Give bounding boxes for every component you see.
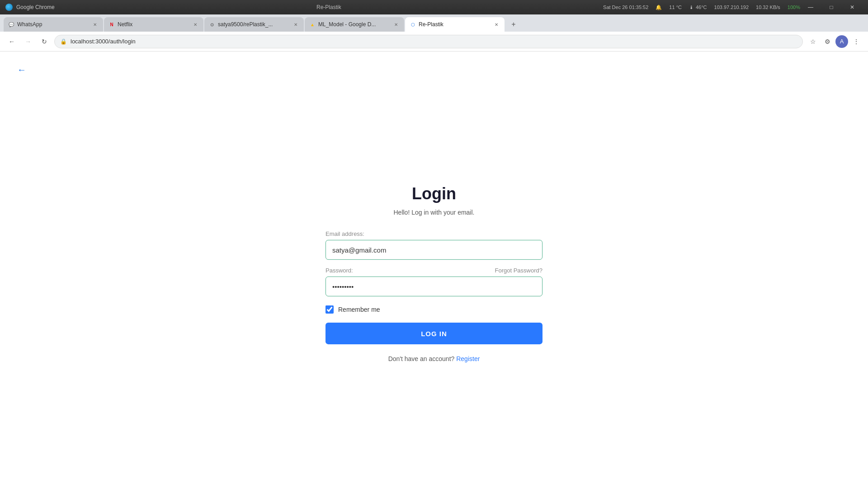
tab-mlmodel[interactable]: ▲ ML_Model - Google D... ✕ — [305, 17, 404, 32]
lock-icon: 🔒 — [60, 38, 67, 45]
back-button[interactable]: ← — [5, 35, 18, 48]
nav-extras: ☆ ⚙ A ⋮ — [807, 35, 863, 48]
password-label-row: Password: Forgot Password? — [326, 267, 542, 274]
browser-chrome: Google Chrome Re-Plastik Sat Dec 26 01:3… — [0, 0, 868, 488]
cpu-temp: 🌡 46°C — [689, 5, 707, 10]
extensions-icon[interactable]: ⚙ — [821, 35, 834, 48]
tab-github[interactable]: ⊙ satya9500/rePlastik_... ✕ — [204, 17, 304, 32]
address-bar[interactable]: 🔒 localhost:3000/auth/login — [54, 35, 803, 48]
reload-button[interactable]: ↻ — [38, 35, 51, 48]
remember-me-label: Remember me — [338, 306, 380, 313]
tab-github-title: satya9500/rePlastik_... — [218, 21, 289, 28]
menu-icon[interactable]: ⋮ — [850, 35, 863, 48]
tab-replastik-close[interactable]: ✕ — [493, 21, 500, 28]
battery-status: 100% — [788, 5, 800, 10]
window-controls: — □ ✕ — [800, 0, 863, 14]
browser-icon — [5, 4, 13, 11]
new-tab-button[interactable]: + — [507, 18, 520, 31]
email-label: Email address: — [326, 230, 542, 237]
mlmodel-favicon: ▲ — [309, 21, 316, 28]
login-title: Login — [326, 184, 542, 203]
close-button[interactable]: ✕ — [842, 0, 863, 14]
login-subtitle: Hello! Log in with your email. — [326, 209, 542, 216]
browser-name: Google Chrome — [16, 4, 55, 10]
tab-whatsapp[interactable]: 💬 WhatsApp ✕ — [4, 17, 103, 32]
temperature: 11 °C — [669, 5, 682, 10]
back-arrow-icon: ← — [17, 65, 26, 75]
title-bar: Google Chrome Re-Plastik Sat Dec 26 01:3… — [0, 0, 868, 14]
github-favicon: ⊙ — [209, 21, 215, 28]
remember-me-row: Remember me — [326, 305, 542, 314]
profile-icon[interactable]: A — [835, 35, 848, 48]
tab-netflix-title: Netflix — [118, 21, 189, 28]
forgot-password-link[interactable]: Forgot Password? — [495, 267, 543, 274]
replastik-favicon: ⬡ — [410, 21, 416, 28]
register-link[interactable]: Register — [456, 355, 480, 362]
login-container: Login Hello! Log in with your email. Ema… — [326, 184, 542, 362]
email-input[interactable] — [326, 240, 542, 260]
tab-replastik-title: Re-Plastik — [419, 21, 490, 28]
page-content: ← Login Hello! Log in with your email. E… — [0, 52, 868, 488]
datetime: Sat Dec 26 01:35:52 — [603, 5, 648, 10]
tab-mlmodel-title: ML_Model - Google D... — [318, 21, 390, 28]
remember-me-checkbox[interactable] — [326, 305, 334, 314]
network-speed: 10.32 KB/s — [756, 5, 780, 10]
password-input[interactable] — [326, 277, 542, 296]
netflix-favicon: N — [108, 21, 115, 28]
tab-mlmodel-close[interactable]: ✕ — [392, 21, 400, 28]
nav-bar: ← → ↻ 🔒 localhost:3000/auth/login ☆ ⚙ A … — [0, 32, 868, 52]
whatsapp-favicon: 💬 — [8, 21, 14, 28]
maximize-button[interactable]: □ — [821, 0, 842, 14]
minimize-button[interactable]: — — [800, 0, 821, 14]
register-row: Don't have an account? Register — [326, 355, 542, 362]
weather-icon: 🔔 — [656, 5, 662, 10]
login-button[interactable]: LOG IN — [326, 323, 542, 344]
title-bar-center: Re-Plastik — [55, 4, 603, 10]
no-account-text: Don't have an account? — [388, 355, 455, 362]
url-text: localhost:3000/auth/login — [71, 38, 797, 45]
tab-replastik[interactable]: ⬡ Re-Plastik ✕ — [405, 17, 505, 32]
tab-github-close[interactable]: ✕ — [292, 21, 299, 28]
title-bar-left: Google Chrome — [5, 4, 55, 11]
password-form-group: Password: Forgot Password? — [326, 267, 542, 296]
password-label: Password: — [326, 267, 353, 274]
tab-whatsapp-close[interactable]: ✕ — [91, 21, 99, 28]
email-form-group: Email address: — [326, 230, 542, 260]
forward-button[interactable]: → — [22, 35, 34, 48]
tab-whatsapp-title: WhatsApp — [17, 21, 89, 28]
title-bar-info: Sat Dec 26 01:35:52 🔔 11 °C 🌡 46°C 103.9… — [603, 5, 800, 10]
ip-address: 103.97.210.192 — [714, 5, 749, 10]
window-title: Re-Plastik — [316, 4, 341, 10]
tab-bar: 💬 WhatsApp ✕ N Netflix ✕ ⊙ satya9500/reP… — [0, 14, 868, 32]
tab-netflix[interactable]: N Netflix ✕ — [104, 17, 203, 32]
page-back-button[interactable]: ← — [14, 62, 29, 77]
bookmark-icon[interactable]: ☆ — [807, 35, 819, 48]
tab-netflix-close[interactable]: ✕ — [192, 21, 199, 28]
